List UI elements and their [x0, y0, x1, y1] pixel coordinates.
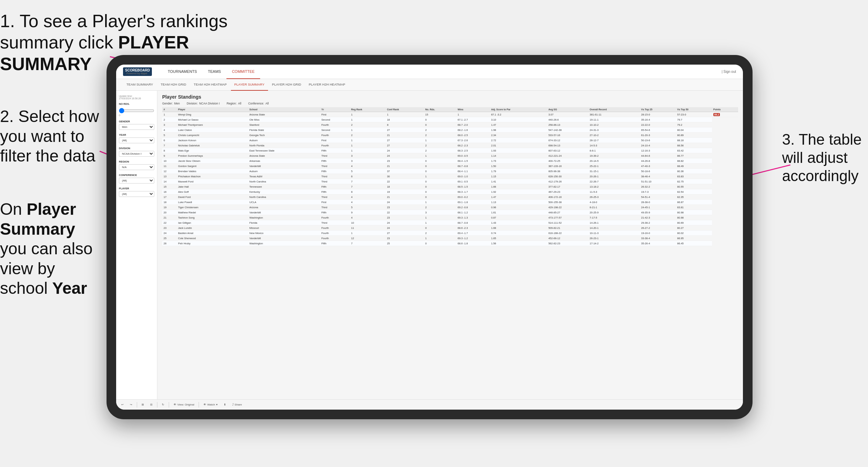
gender-select[interactable]: Men Women — [119, 124, 154, 130]
table-cell: 412-221-24 — [547, 153, 588, 158]
redo-button[interactable]: ↪ — [128, 402, 134, 407]
table-cell: Brendan Valdes — [177, 169, 248, 174]
table-cell: 4 — [350, 215, 386, 220]
col-overall-record: Overall Record — [588, 107, 640, 112]
table-row: 5Christo LamprechtGeorgia TechFourth2212… — [162, 133, 738, 138]
table-cell: Arizona State — [248, 112, 320, 117]
table-cell: North Carolina — [248, 179, 320, 184]
table-cell: 22-26-7 — [588, 179, 640, 184]
table-cell: 4 — [162, 127, 177, 133]
sub-nav-player-h2h-grid[interactable]: PLAYER H2H GRID — [269, 79, 305, 91]
table-cell: 21 — [386, 164, 424, 169]
sign-out-link[interactable]: | Sign out — [722, 70, 736, 74]
table-cell: 0 — [424, 194, 456, 200]
sub-nav-team-h2h-heatmap[interactable]: TEAM H2H HEATMAP — [190, 79, 230, 91]
table-cell: 1 — [424, 220, 456, 225]
table-cell: 5 — [350, 169, 386, 174]
table-cell: Vanderbilt — [248, 210, 320, 215]
table-cell: 15 — [162, 184, 177, 189]
division-select[interactable]: NCAA Division I — [119, 151, 154, 157]
export-button[interactable]: ⬇ — [222, 402, 228, 407]
table-cell: Third — [320, 179, 350, 184]
refresh-button[interactable]: ↻ — [160, 402, 166, 407]
table-cell: 1.47 — [490, 194, 547, 200]
table-cell: Fifth — [320, 158, 350, 164]
table-cell: 1 — [162, 112, 177, 117]
table-cell: 51-51-10 — [640, 179, 676, 184]
nav-item-committee[interactable]: COMMITTEE — [226, 65, 260, 79]
tablet-screen: SCOREBOARD Powered by dippd TOURNAMENTS … — [116, 65, 743, 410]
table-cell: 0.87 — [490, 215, 547, 220]
table-cell: New Mexico — [248, 231, 320, 236]
filter-division: Division: NCAA Division I — [187, 102, 220, 105]
table-cell: 68.1 -1.2 — [456, 210, 490, 215]
table-cell: 12 — [350, 236, 386, 241]
table-cell: 68.7 -0.8 — [456, 220, 490, 225]
view-button[interactable]: 👁 View: Original — [172, 402, 196, 407]
table-cell: 4 — [350, 200, 386, 205]
table-cell: 1.50 — [490, 164, 547, 169]
table-row: 16Alex GoffKentuckyFifth819068.3 -1.71.9… — [162, 189, 738, 194]
table-cell: 2.72 — [490, 138, 547, 143]
sidebar-player: Player (All) — [119, 187, 154, 197]
table-row: 22Ian GilliganFloridaThird1024168.7 -0.8… — [162, 220, 738, 225]
table-cell: Cole Sherwood — [177, 236, 248, 241]
sub-nav-team-h2h-grid[interactable]: TEAM H2H GRID — [157, 79, 189, 91]
sub-nav-player-h2h-heatmap[interactable]: PLAYER H2H HEATMAP — [305, 79, 348, 91]
nav-items: TOURNAMENTS TEAMS COMMITTEE — [162, 65, 722, 79]
table-cell: 44-64-6 — [640, 153, 676, 158]
table-cell: 68.4 -1.5 — [456, 158, 490, 164]
table-cell: Third — [320, 174, 350, 179]
table-cell: 1.68 — [490, 225, 547, 231]
player-select[interactable]: (All) — [119, 191, 154, 197]
table-cell: 3 — [350, 153, 386, 158]
table-row: 4Luke ClatonFlorida StateSecond127268.2 … — [162, 127, 738, 133]
sub-nav-team-summary[interactable]: TEAM SUMMARY — [123, 79, 156, 91]
year-select[interactable]: (All) First Second Third Fourth Fifth — [119, 137, 154, 143]
table-cell: 7-17-5 — [588, 215, 640, 220]
table-cell: Third — [320, 153, 350, 158]
table-cell: 24 — [386, 153, 424, 158]
sub-nav-player-summary[interactable]: PLAYER SUMMARY — [231, 79, 268, 91]
table-cell: 86.45 — [676, 241, 712, 246]
table-cell: 8 — [162, 148, 177, 153]
col-points: Points — [712, 107, 738, 112]
table-cell: Arkansas — [248, 158, 320, 164]
table-cell: 12-16-3 — [640, 148, 676, 153]
table-cell: 82.54 — [676, 189, 712, 194]
undo-button[interactable]: ↩ — [120, 402, 125, 407]
conference-select[interactable]: (All) — [119, 178, 154, 184]
copy-button[interactable]: ⊞ — [140, 402, 146, 407]
region-select[interactable]: N/A All — [119, 164, 154, 170]
table-cell: 1 — [424, 138, 456, 143]
table-cell: 38-46-4 — [640, 174, 676, 179]
table-cell: 83.42 — [676, 148, 712, 153]
table-cell: 18 — [386, 184, 424, 189]
table-cell: 5 — [350, 205, 386, 210]
table-cell: 2 — [424, 148, 456, 153]
watch-button[interactable]: 👁 Watch ▾ — [202, 402, 219, 407]
table-cell: 80.55 — [676, 184, 712, 189]
table-row: 20Matthew RiedelVanderbiltFifth922368.1 … — [162, 210, 738, 215]
table-cell: 22-22-0 — [640, 122, 676, 127]
table-cell: 1 — [350, 148, 386, 153]
table-cell: Fourth — [320, 143, 350, 148]
paste-button[interactable]: ⊟ — [148, 402, 154, 407]
table-cell: 68.2 -1.6 — [456, 127, 490, 133]
share-button[interactable]: ⤴ Share — [231, 402, 244, 407]
table-cell: 86.77 — [676, 153, 712, 158]
nav-item-tournaments[interactable]: TOURNAMENTS — [162, 65, 202, 79]
table-cell: 4 — [350, 164, 386, 169]
table-cell: Stanford — [248, 122, 320, 127]
table-cell: 0 — [424, 117, 456, 122]
table-cell: 1.14 — [490, 153, 547, 158]
table-cell: 2.01 — [490, 143, 547, 148]
table-cell: 68.6 -2.3 — [456, 225, 490, 231]
no-rds-slider[interactable] — [119, 108, 154, 113]
nav-item-teams[interactable]: TEAMS — [202, 65, 226, 79]
table-cell: 1.79 — [490, 169, 547, 174]
table-cell: 69.0 -0.2 — [456, 194, 490, 200]
table-cell: Third — [320, 194, 350, 200]
table-cell: 27 — [386, 138, 424, 143]
table-cell: Washington — [248, 215, 320, 220]
